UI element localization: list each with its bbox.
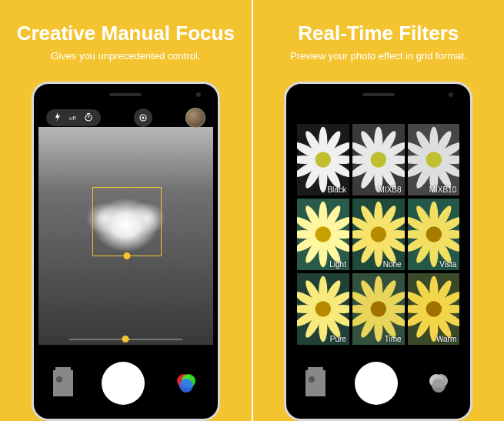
filter-cell[interactable]: MIXB8 [352,124,405,195]
svg-point-5 [179,379,193,393]
filter-cell[interactable]: MIXB10 [408,124,460,195]
camera-bottombar [38,353,213,414]
filter-label: MIXB8 [379,185,402,194]
filters-icon[interactable] [174,371,199,396]
flash-icon[interactable] [54,112,62,123]
filter-cell[interactable]: Vista [408,199,460,270]
phone-notch [38,89,213,101]
filter-label: Warm [436,335,456,343]
panel-subtitle: Preview your photo effect in grid format… [290,50,467,62]
filter-cell[interactable]: Black [297,124,349,195]
svg-point-20 [315,152,331,167]
filter-cell[interactable]: Time [352,273,405,345]
svg-point-65 [315,226,331,242]
filter-grid-screen: Black MIXB8 MIXB10 Light None Vista Pure… [291,102,466,414]
focus-reticle[interactable] [92,187,162,256]
svg-point-110 [315,301,331,316]
filter-label: Pure [330,335,346,343]
panel-title: Creative Manual Focus [17,22,235,45]
speaker-slot [109,93,142,96]
gallery-thumbnail[interactable] [185,108,205,128]
feature-panel-manual-focus: Creative Manual Focus Gives you unpreced… [0,0,252,421]
filter-cell[interactable]: None [352,199,405,270]
mode-switch-icon[interactable] [305,370,325,396]
shutter-button[interactable] [355,362,398,405]
camera-topbar: off [38,107,213,129]
feature-panel-filters: Real-Time Filters Preview your photo eff… [252,0,505,421]
focus-slider[interactable] [69,339,182,340]
filter-cell[interactable]: Pure [297,273,349,345]
phone-notch [291,89,466,101]
filter-grid: Black MIXB8 MIXB10 Light None Vista Pure… [297,124,459,345]
svg-point-143 [432,379,446,393]
svg-point-125 [371,301,386,316]
phone-frame-right: Black MIXB8 MIXB10 Light None Vista Pure… [284,82,472,421]
svg-point-140 [426,301,441,316]
topbar-pill: off [46,109,101,126]
panel-subtitle: Gives you unprecedented control. [51,50,200,62]
svg-point-2 [142,117,144,119]
front-camera-dot [196,92,201,97]
flash-label: off [69,115,76,122]
svg-point-50 [426,152,441,167]
filter-label: None [383,260,402,269]
speaker-slot [362,93,395,96]
svg-point-35 [371,152,386,167]
panel-title: Real-Time Filters [298,22,459,45]
filter-cell[interactable]: Warm [408,273,460,345]
shutter-button[interactable] [102,362,145,405]
svg-point-80 [371,226,386,242]
filter-cell[interactable]: Light [297,199,349,270]
mode-switch-icon[interactable] [53,370,73,396]
camera-bottombar [291,353,466,414]
filter-label: Light [329,260,346,269]
filter-label: MIXB10 [429,185,457,194]
filter-label: Vista [439,260,456,269]
phone-frame-left: off [32,82,220,421]
filter-label: Time [385,335,402,343]
settings-icon[interactable] [134,109,152,127]
camera-app-screen: off [38,102,213,414]
filter-label: Black [327,185,345,194]
timer-icon[interactable] [84,112,93,123]
filters-icon[interactable] [426,371,451,396]
svg-point-95 [426,226,441,242]
front-camera-dot [449,92,453,97]
